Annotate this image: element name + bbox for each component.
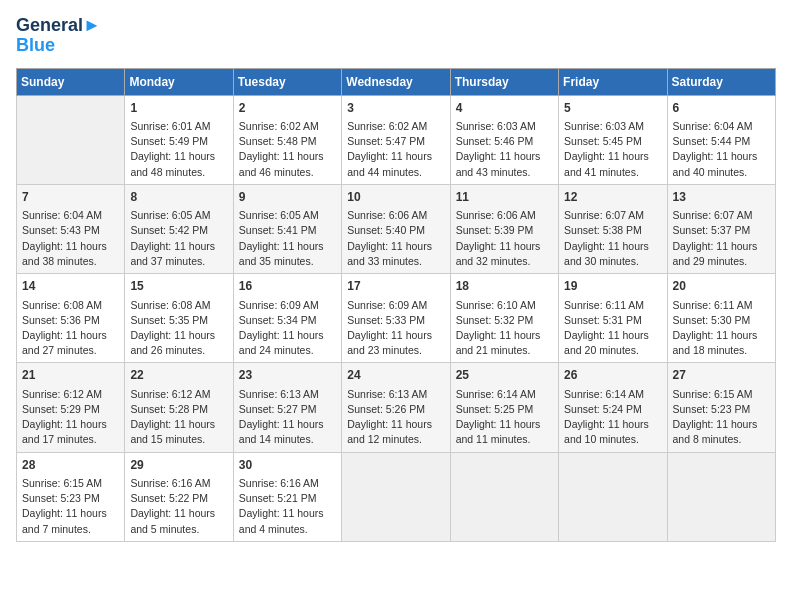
day-number: 26 xyxy=(564,367,661,384)
sunrise-text: Sunrise: 6:14 AM xyxy=(456,388,536,400)
sunset-text: Sunset: 5:43 PM xyxy=(22,224,100,236)
sunrise-text: Sunrise: 6:04 AM xyxy=(673,120,753,132)
day-number: 12 xyxy=(564,189,661,206)
sunset-text: Sunset: 5:26 PM xyxy=(347,403,425,415)
daylight-text: Daylight: 11 hours and 23 minutes. xyxy=(347,329,432,356)
daylight-text: Daylight: 11 hours and 40 minutes. xyxy=(673,150,758,177)
sunset-text: Sunset: 5:23 PM xyxy=(22,492,100,504)
daylight-text: Daylight: 11 hours and 21 minutes. xyxy=(456,329,541,356)
calendar-cell xyxy=(342,452,450,541)
day-number: 6 xyxy=(673,100,770,117)
calendar-cell xyxy=(17,95,125,184)
day-number: 5 xyxy=(564,100,661,117)
sunset-text: Sunset: 5:33 PM xyxy=(347,314,425,326)
calendar-cell xyxy=(559,452,667,541)
day-number: 10 xyxy=(347,189,444,206)
sunset-text: Sunset: 5:31 PM xyxy=(564,314,642,326)
weekday-header-monday: Monday xyxy=(125,68,233,95)
calendar-cell: 13Sunrise: 6:07 AMSunset: 5:37 PMDayligh… xyxy=(667,184,775,273)
weekday-header-tuesday: Tuesday xyxy=(233,68,341,95)
calendar-cell: 1Sunrise: 6:01 AMSunset: 5:49 PMDaylight… xyxy=(125,95,233,184)
daylight-text: Daylight: 11 hours and 38 minutes. xyxy=(22,240,107,267)
day-number: 18 xyxy=(456,278,553,295)
sunset-text: Sunset: 5:45 PM xyxy=(564,135,642,147)
day-number: 17 xyxy=(347,278,444,295)
day-number: 7 xyxy=(22,189,119,206)
day-number: 13 xyxy=(673,189,770,206)
calendar-cell: 29Sunrise: 6:16 AMSunset: 5:22 PMDayligh… xyxy=(125,452,233,541)
sunrise-text: Sunrise: 6:03 AM xyxy=(456,120,536,132)
sunrise-text: Sunrise: 6:08 AM xyxy=(130,299,210,311)
daylight-text: Daylight: 11 hours and 27 minutes. xyxy=(22,329,107,356)
daylight-text: Daylight: 11 hours and 46 minutes. xyxy=(239,150,324,177)
sunrise-text: Sunrise: 6:13 AM xyxy=(347,388,427,400)
sunrise-text: Sunrise: 6:09 AM xyxy=(239,299,319,311)
sunrise-text: Sunrise: 6:16 AM xyxy=(130,477,210,489)
day-number: 30 xyxy=(239,457,336,474)
daylight-text: Daylight: 11 hours and 44 minutes. xyxy=(347,150,432,177)
day-number: 11 xyxy=(456,189,553,206)
calendar-cell: 6Sunrise: 6:04 AMSunset: 5:44 PMDaylight… xyxy=(667,95,775,184)
sunrise-text: Sunrise: 6:05 AM xyxy=(130,209,210,221)
calendar-cell: 10Sunrise: 6:06 AMSunset: 5:40 PMDayligh… xyxy=(342,184,450,273)
sunrise-text: Sunrise: 6:08 AM xyxy=(22,299,102,311)
day-number: 22 xyxy=(130,367,227,384)
daylight-text: Daylight: 11 hours and 17 minutes. xyxy=(22,418,107,445)
sunrise-text: Sunrise: 6:10 AM xyxy=(456,299,536,311)
sunrise-text: Sunrise: 6:02 AM xyxy=(239,120,319,132)
daylight-text: Daylight: 11 hours and 32 minutes. xyxy=(456,240,541,267)
calendar-table: SundayMondayTuesdayWednesdayThursdayFrid… xyxy=(16,68,776,542)
daylight-text: Daylight: 11 hours and 8 minutes. xyxy=(673,418,758,445)
day-number: 9 xyxy=(239,189,336,206)
daylight-text: Daylight: 11 hours and 11 minutes. xyxy=(456,418,541,445)
sunset-text: Sunset: 5:44 PM xyxy=(673,135,751,147)
day-number: 3 xyxy=(347,100,444,117)
sunset-text: Sunset: 5:30 PM xyxy=(673,314,751,326)
weekday-header-sunday: Sunday xyxy=(17,68,125,95)
calendar-cell: 26Sunrise: 6:14 AMSunset: 5:24 PMDayligh… xyxy=(559,363,667,452)
daylight-text: Daylight: 11 hours and 5 minutes. xyxy=(130,507,215,534)
daylight-text: Daylight: 11 hours and 35 minutes. xyxy=(239,240,324,267)
calendar-cell: 19Sunrise: 6:11 AMSunset: 5:31 PMDayligh… xyxy=(559,274,667,363)
calendar-cell: 5Sunrise: 6:03 AMSunset: 5:45 PMDaylight… xyxy=(559,95,667,184)
sunrise-text: Sunrise: 6:06 AM xyxy=(456,209,536,221)
calendar-cell: 22Sunrise: 6:12 AMSunset: 5:28 PMDayligh… xyxy=(125,363,233,452)
sunset-text: Sunset: 5:35 PM xyxy=(130,314,208,326)
sunrise-text: Sunrise: 6:15 AM xyxy=(22,477,102,489)
day-number: 23 xyxy=(239,367,336,384)
sunrise-text: Sunrise: 6:11 AM xyxy=(564,299,644,311)
calendar-cell: 14Sunrise: 6:08 AMSunset: 5:36 PMDayligh… xyxy=(17,274,125,363)
daylight-text: Daylight: 11 hours and 29 minutes. xyxy=(673,240,758,267)
day-number: 1 xyxy=(130,100,227,117)
sunrise-text: Sunrise: 6:04 AM xyxy=(22,209,102,221)
daylight-text: Daylight: 11 hours and 37 minutes. xyxy=(130,240,215,267)
calendar-cell: 8Sunrise: 6:05 AMSunset: 5:42 PMDaylight… xyxy=(125,184,233,273)
sunset-text: Sunset: 5:22 PM xyxy=(130,492,208,504)
sunrise-text: Sunrise: 6:16 AM xyxy=(239,477,319,489)
sunrise-text: Sunrise: 6:03 AM xyxy=(564,120,644,132)
calendar-cell: 16Sunrise: 6:09 AMSunset: 5:34 PMDayligh… xyxy=(233,274,341,363)
sunrise-text: Sunrise: 6:15 AM xyxy=(673,388,753,400)
calendar-cell: 24Sunrise: 6:13 AMSunset: 5:26 PMDayligh… xyxy=(342,363,450,452)
sunset-text: Sunset: 5:48 PM xyxy=(239,135,317,147)
calendar-cell: 21Sunrise: 6:12 AMSunset: 5:29 PMDayligh… xyxy=(17,363,125,452)
day-number: 4 xyxy=(456,100,553,117)
day-number: 24 xyxy=(347,367,444,384)
logo-text-blue: Blue xyxy=(16,36,101,56)
sunrise-text: Sunrise: 6:05 AM xyxy=(239,209,319,221)
sunrise-text: Sunrise: 6:14 AM xyxy=(564,388,644,400)
day-number: 16 xyxy=(239,278,336,295)
sunset-text: Sunset: 5:34 PM xyxy=(239,314,317,326)
daylight-text: Daylight: 11 hours and 12 minutes. xyxy=(347,418,432,445)
sunrise-text: Sunrise: 6:11 AM xyxy=(673,299,753,311)
sunset-text: Sunset: 5:41 PM xyxy=(239,224,317,236)
calendar-cell: 4Sunrise: 6:03 AMSunset: 5:46 PMDaylight… xyxy=(450,95,558,184)
daylight-text: Daylight: 11 hours and 26 minutes. xyxy=(130,329,215,356)
calendar-cell: 7Sunrise: 6:04 AMSunset: 5:43 PMDaylight… xyxy=(17,184,125,273)
day-number: 8 xyxy=(130,189,227,206)
calendar-cell xyxy=(450,452,558,541)
daylight-text: Daylight: 11 hours and 48 minutes. xyxy=(130,150,215,177)
calendar-cell: 17Sunrise: 6:09 AMSunset: 5:33 PMDayligh… xyxy=(342,274,450,363)
sunrise-text: Sunrise: 6:07 AM xyxy=(673,209,753,221)
sunrise-text: Sunrise: 6:13 AM xyxy=(239,388,319,400)
